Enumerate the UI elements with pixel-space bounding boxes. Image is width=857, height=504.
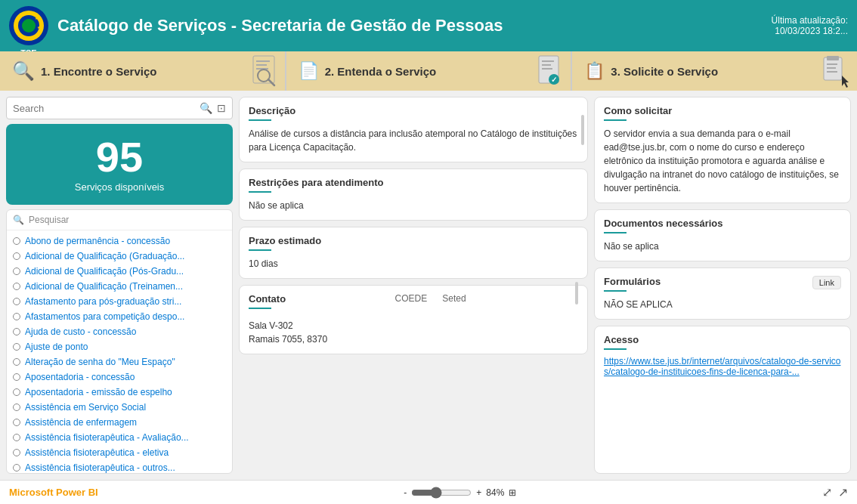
radio-dot — [13, 358, 20, 366]
list-item[interactable]: Abono de permanência - concessão — [7, 233, 232, 249]
list-item-label: Aposentadoria - emissão de espelho — [25, 387, 172, 397]
step-1-graphic — [240, 51, 285, 91]
formularios-card: Formulários NÃO SE APLICA Link — [594, 267, 851, 320]
contato-tag2: Seted — [442, 293, 466, 304]
step-2[interactable]: 📄 2. Entenda o Serviço — [285, 51, 526, 91]
step-1[interactable]: 🔍 1. Encontre o Serviço — [0, 51, 240, 91]
list-item[interactable]: Assistência de enfermagem — [7, 415, 232, 430]
contato-scroll[interactable] — [575, 282, 578, 305]
formularios-link-badge[interactable]: Link — [812, 276, 841, 289]
tse-logo: ★ ★ ★ ★ ★ ★ ★ ★ TSE — [9, 6, 48, 45]
scroll-indicator[interactable] — [581, 115, 584, 145]
filter-icon[interactable]: ⊡ — [217, 102, 226, 114]
radio-dot — [13, 343, 20, 351]
restricoes-card: Restrições para atendimento Não se aplic… — [239, 169, 588, 221]
list-item[interactable]: Adicional de Qualificação (Pós-Gradu... — [7, 264, 232, 279]
search-icon: 🔍 — [200, 102, 212, 114]
left-panel: 🔍 ⊡ 95 Serviços disponíveis 🔍 Pesquisar … — [6, 97, 233, 474]
list-item[interactable]: Aposentadoria - concessão — [7, 369, 232, 385]
list-item-label: Assistência fisioterapêutica - Avaliação… — [25, 432, 189, 443]
restricoes-text: Não se aplica — [249, 199, 578, 212]
documentos-card: Documentos necessários Não se aplica — [594, 209, 851, 261]
list-search-row: 🔍 Pesquisar — [7, 210, 232, 230]
footer-brand: Microsoft Power BI — [9, 487, 98, 498]
svg-point-3 — [22, 19, 36, 32]
search-box: 🔍 ⊡ — [6, 97, 233, 119]
acesso-title: Acesso — [604, 334, 841, 345]
prazo-text: 10 dias — [249, 257, 578, 271]
svg-rect-21 — [542, 68, 552, 70]
main-content: 🔍 ⊡ 95 Serviços disponíveis 🔍 Pesquisar … — [0, 91, 857, 480]
radio-dot — [13, 283, 20, 290]
acesso-url[interactable]: https://www.tse.jus.br/internet/arquivos… — [604, 356, 841, 377]
list-item-label: Ajuda de custo - concessão — [25, 326, 136, 337]
radio-dot — [13, 373, 20, 381]
como-solicitar-underline — [604, 119, 627, 121]
list-item-label: Assistência em Serviço Social — [25, 402, 146, 413]
radio-dot — [13, 388, 20, 396]
search-input[interactable] — [13, 103, 195, 114]
list-item[interactable]: Ajuste de ponto — [7, 339, 232, 354]
fullscreen-icon[interactable]: ⊞ — [509, 487, 516, 498]
external-icon[interactable]: ↗ — [838, 485, 848, 499]
list-item[interactable]: Assistência em Serviço Social — [7, 400, 232, 415]
zoom-value: 84% — [486, 487, 504, 498]
descricao-title: Descrição — [249, 105, 578, 116]
list-item[interactable]: Aposentadoria - emissão de espelho — [7, 385, 232, 400]
como-solicitar-card: Como solicitar O servidor envia a sua de… — [594, 97, 851, 203]
radio-dot — [13, 298, 20, 305]
list-item[interactable]: Afastamentos para competição despo... — [7, 309, 232, 324]
svg-rect-27 — [827, 67, 836, 69]
radio-dot — [13, 404, 20, 411]
right-panel: Como solicitar O servidor envia a sua de… — [594, 97, 851, 474]
expand-icon[interactable]: ⤢ — [822, 485, 832, 499]
contato-linha2: Ramais 7055, 8370 — [249, 332, 578, 346]
formularios-col: Formulários NÃO SE APLICA — [604, 276, 806, 311]
prazo-card: Prazo estimado 10 dias — [239, 227, 588, 279]
list-item[interactable]: Assistência fisioterapêutica - eletiva — [7, 445, 232, 460]
svg-rect-13 — [256, 60, 270, 62]
list-pesquisar-label: Pesquisar — [29, 215, 69, 225]
documentos-underline — [604, 232, 627, 233]
zoom-minus[interactable]: - — [404, 487, 407, 498]
list-item-label: Assistência de enfermagem — [25, 417, 137, 428]
header: ★ ★ ★ ★ ★ ★ ★ ★ TSE Catálogo de Serviços… — [0, 0, 857, 51]
step-3[interactable]: 📋 3. Solicite o Serviço — [571, 51, 812, 91]
list-item-label: Adicional de Qualificação (Treinamen... — [25, 281, 183, 292]
list-item[interactable]: Adicional de Qualificação (Treinamen... — [7, 279, 232, 294]
header-update: Última atualização: 10/03/2023 18:2... — [772, 15, 848, 36]
acesso-underline — [604, 348, 627, 350]
list-item-label: Ajuste de ponto — [25, 342, 88, 352]
list-item[interactable]: Alteração de senha do "Meu Espaço" — [7, 354, 232, 369]
list-item[interactable]: Ajuda de custo - concessão — [7, 324, 232, 339]
radio-dot — [13, 267, 20, 275]
step-2-graphic: ✓ — [525, 51, 571, 91]
list-items-container: Abono de permanência - concessãoAdiciona… — [7, 230, 232, 473]
descricao-text: Análise de cursos a distância para inclu… — [249, 127, 578, 154]
services-count-box: 95 Serviços disponíveis — [6, 124, 233, 205]
step-2-title: 2. Entenda o Serviço — [325, 65, 437, 78]
radio-dot — [13, 434, 20, 441]
list-item[interactable]: Adicional de Qualificação (Graduação... — [7, 249, 232, 264]
middle-panel: Descrição Análise de cursos a distância … — [239, 97, 588, 474]
formularios-text: NÃO SE APLICA — [604, 298, 806, 311]
footer: Microsoft Power BI - + 84% ⊞ ⤢ ↗ — [0, 480, 857, 504]
list-item-label: Adicional de Qualificação (Graduação... — [25, 251, 184, 261]
svg-rect-28 — [827, 71, 837, 73]
zoom-slider[interactable] — [411, 487, 472, 499]
svg-rect-20 — [542, 64, 551, 66]
zoom-plus[interactable]: + — [476, 487, 481, 498]
radio-dot — [13, 313, 20, 320]
steps-bar: 🔍 1. Encontre o Serviço 📄 2. Entenda o S… — [0, 51, 857, 91]
contato-underline — [249, 308, 271, 309]
list-item-label: Adicional de Qualificação (Pós-Gradu... — [25, 266, 184, 277]
list-item-label: Aposentadoria - concessão — [25, 372, 135, 382]
list-item[interactable]: Assistência fisioterapêutica - outros... — [7, 460, 232, 473]
contato-linha1: Sala V-302 — [249, 319, 578, 332]
list-item[interactable]: Assistência fisioterapêutica - Avaliação… — [7, 430, 232, 445]
acesso-card: Acesso https://www.tse.jus.br/internet/a… — [594, 326, 851, 474]
svg-rect-14 — [256, 64, 267, 66]
clipboard-icon: 📋 — [584, 61, 605, 81]
list-item[interactable]: Afastamento para pós-graduação stri... — [7, 294, 232, 309]
radio-dot — [13, 237, 20, 245]
